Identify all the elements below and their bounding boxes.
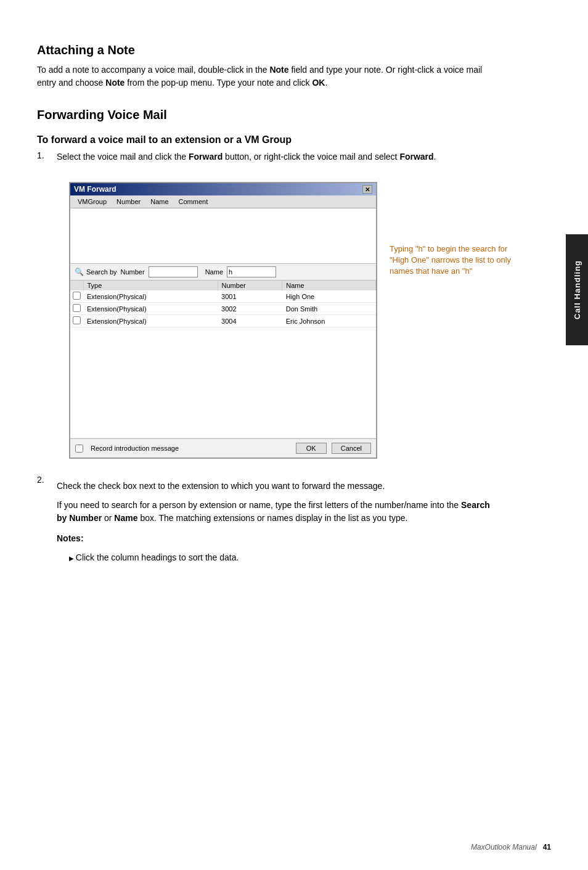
row-1-type: Extension(Physical)	[83, 290, 218, 303]
dialog-title: VM Forward	[74, 185, 116, 194]
step-2-para: If you need to search for a person by ex…	[57, 499, 493, 525]
forward-bold-1: Forward	[189, 152, 223, 162]
tab-number[interactable]: Number	[112, 197, 145, 207]
results-table-body: Extension(Physical) 3001 High One Extens…	[70, 290, 376, 438]
search-number-input[interactable]	[149, 266, 198, 277]
col-type-header[interactable]: Type	[83, 281, 218, 290]
row-2-type: Extension(Physical)	[83, 303, 218, 315]
col-name-header[interactable]: Name	[282, 281, 376, 290]
cancel-button[interactable]: Cancel	[332, 443, 371, 454]
col-number-header[interactable]: Number	[218, 281, 282, 290]
note-bold-2: Note	[105, 78, 125, 88]
footnote: MaxOutlook Manual 41	[471, 843, 551, 852]
note-bold-1: Note	[269, 65, 288, 75]
tab-name[interactable]: Name	[145, 197, 173, 207]
ok-button[interactable]: OK	[296, 443, 327, 454]
row-2-name: Don Smith	[282, 303, 376, 315]
notes-label: Notes:	[57, 532, 493, 545]
callout-text: Typing "h" to begin the search for "High…	[390, 244, 511, 276]
tab-comment[interactable]: Comment	[174, 197, 213, 207]
page-number: 41	[543, 843, 551, 852]
row-3-type: Extension(Physical)	[83, 315, 218, 327]
vm-table-empty-area	[70, 208, 376, 264]
col-checkbox	[70, 281, 83, 290]
tab-vmgroup[interactable]: VMGroup	[73, 197, 112, 207]
search-name-input[interactable]	[227, 266, 276, 277]
row-2-number: 3002	[218, 303, 282, 315]
row-3-number: 3004	[218, 315, 282, 327]
forward-subheading: To forward a voice mail to an extension …	[37, 134, 493, 146]
forward-bold-2: Forward	[399, 152, 433, 162]
record-intro-label: Record introduction message	[91, 445, 291, 452]
row-2-checkbox[interactable]	[73, 304, 81, 312]
number-label: Number	[121, 268, 145, 276]
dialog-close-button[interactable]: ✕	[362, 185, 372, 194]
note-bold-3: OK	[312, 78, 325, 88]
vm-forward-dialog: VM Forward ✕ VMGroup Number Name Comment	[69, 182, 377, 459]
notes-bullet-list: Click the column headings to sort the da…	[69, 551, 493, 564]
row-3-checkbox[interactable]	[73, 316, 81, 324]
attaching-note-body: To add a note to accompany a voice mail,…	[37, 64, 493, 89]
step-2-content: Check the check box next to the extensio…	[57, 475, 493, 570]
dialog-footer: Record introduction message OK Cancel	[70, 438, 376, 458]
step-1-block: 1. Select the voice mail and click the F…	[37, 150, 493, 471]
row-1-checkbox[interactable]	[73, 292, 81, 300]
step-2-block: 2. Check the check box next to the exten…	[37, 475, 493, 570]
sidebar-call-handling-tab[interactable]: Call Handling	[566, 234, 588, 345]
dialog-area: VM Forward ✕ VMGroup Number Name Comment	[69, 182, 377, 459]
callout-container: Typing "h" to begin the search for "High…	[390, 244, 513, 277]
dialog-tab-headers: VMGroup Number Name Comment	[70, 195, 376, 208]
results-table-header: Type Number Name	[70, 281, 376, 290]
attaching-note-heading: Attaching a Note	[37, 43, 493, 57]
search-bar: 🔍 Search by Number Name	[70, 264, 376, 281]
step-2-text: Check the check box next to the extensio…	[57, 480, 493, 493]
row-1-number: 3001	[218, 290, 282, 303]
table-row: Extension(Physical) 3004 Eric Johnson	[70, 315, 376, 327]
step-2-number: 2.	[37, 475, 52, 570]
bullet-item-1: Click the column headings to sort the da…	[69, 551, 493, 564]
results-table: Type Number Name Extension(Physical) 300…	[70, 281, 376, 438]
step-1-content: Select the voice mail and click the Forw…	[57, 150, 436, 471]
step-1-number: 1.	[37, 150, 52, 471]
row-1-name: High One	[282, 290, 376, 303]
name-box-bold: Name	[114, 513, 137, 523]
name-label: Name	[205, 268, 223, 276]
dialog-titlebar: VM Forward ✕	[70, 183, 376, 195]
footnote-text: MaxOutlook Manual	[471, 843, 537, 852]
dialog-body: VMGroup Number Name Comment 🔍 Search by …	[70, 195, 376, 458]
empty-rows	[70, 327, 376, 438]
table-row: Extension(Physical) 3002 Don Smith	[70, 303, 376, 315]
search-by-label: Search by	[86, 268, 117, 276]
record-intro-checkbox[interactable]	[75, 445, 83, 453]
row-3-name: Eric Johnson	[282, 315, 376, 327]
table-row: Extension(Physical) 3001 High One	[70, 290, 376, 303]
search-icon: 🔍	[74, 268, 84, 276]
forwarding-vm-heading: Forwarding Voice Mail	[37, 108, 493, 122]
